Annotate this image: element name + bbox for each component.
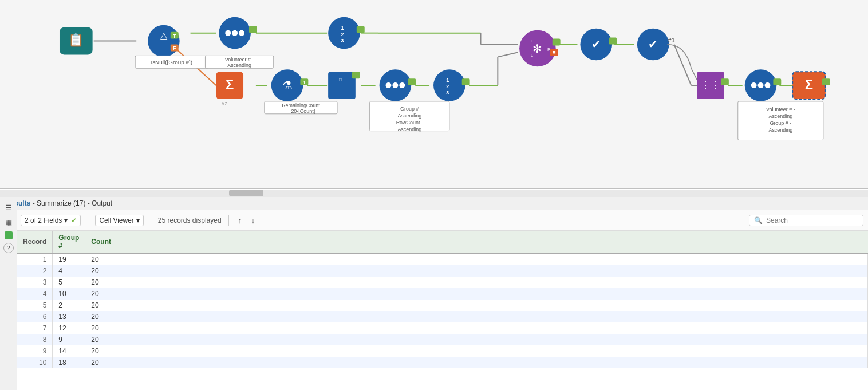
svg-text:+: +	[333, 77, 336, 82]
svg-rect-82	[822, 78, 830, 85]
svg-text:1: 1	[341, 25, 344, 31]
cell-group: 18	[53, 357, 85, 368]
svg-text:Group # -: Group # -	[770, 120, 791, 126]
search-input[interactable]	[766, 216, 858, 224]
cell-count: 20	[85, 288, 117, 300]
table-body: 1 19 20 2 4 20 3 5 20 4 10 20 5 2 20 6 1…	[17, 253, 868, 368]
cell-count: 20	[85, 334, 117, 345]
col-extra	[117, 231, 868, 253]
search-box[interactable]: 🔍	[749, 215, 863, 226]
results-panel: Results - Summarize (17) - Output 2 of 2…	[0, 197, 868, 390]
table-row: 6 13 20	[17, 311, 868, 322]
cell-group: 14	[53, 345, 85, 357]
list-icon[interactable]: ☰	[3, 202, 14, 213]
table-row: 5 2 20	[17, 300, 868, 311]
svg-text:Volunteer # -: Volunteer # -	[225, 57, 254, 62]
table-row: 2 4 20	[17, 265, 868, 277]
svg-rect-0	[3, 0, 866, 188]
cell-extra	[117, 265, 868, 277]
svg-text:✻: ✻	[532, 42, 542, 55]
separator-2	[151, 215, 151, 226]
svg-text:R: R	[552, 50, 556, 56]
cell-record: 1	[17, 253, 53, 265]
svg-text:L: L	[531, 38, 534, 44]
svg-text:Volunteer # -: Volunteer # -	[766, 107, 795, 112]
svg-text:⋮⋮: ⋮⋮	[700, 79, 721, 90]
cell-count: 20	[85, 265, 117, 277]
svg-point-33	[232, 30, 238, 36]
svg-rect-50	[352, 72, 360, 78]
data-table: Record Group # Count 1 19 20 2 4 20 3 5 …	[17, 231, 868, 368]
svg-point-77	[751, 82, 757, 88]
check-icon: ✔	[71, 216, 77, 224]
cell-record: 6	[17, 311, 53, 322]
col-count[interactable]: Count	[85, 231, 117, 253]
cell-group: 13	[53, 311, 85, 322]
cell-record: 7	[17, 322, 53, 334]
table-row: 1 19 20	[17, 253, 868, 265]
table-row: 8 9 20	[17, 334, 868, 345]
svg-text:RemainingCount: RemainingCount	[282, 103, 320, 108]
table-header-row: Record Group # Count	[17, 231, 868, 253]
svg-text:3: 3	[446, 90, 449, 96]
svg-text:1: 1	[303, 80, 306, 85]
results-toolbar: 2 of 2 Fields ▾ ✔ Cell Viewer ▾ 25 recor…	[0, 210, 868, 231]
green-status-dot	[5, 231, 13, 239]
svg-text:= 20-[Count]: = 20-[Count]	[287, 108, 315, 114]
records-count: 25 records displayed	[158, 216, 222, 224]
left-sidebar: ☰ ▦ ?	[0, 197, 17, 390]
svg-rect-35	[249, 26, 257, 33]
separator-4	[265, 215, 265, 226]
cell-record: 5	[17, 300, 53, 311]
cell-group: 19	[53, 253, 85, 265]
cell-count: 20	[85, 345, 117, 357]
cell-extra	[117, 253, 868, 265]
col-record[interactable]: Record	[17, 231, 53, 253]
svg-text:✔: ✔	[591, 38, 601, 50]
svg-point-51	[386, 82, 392, 88]
cell-viewer-label: Cell Viewer	[99, 216, 133, 224]
svg-rect-72	[609, 38, 617, 45]
separator-3	[228, 215, 229, 226]
help-icon[interactable]: ?	[3, 243, 14, 253]
cell-extra	[117, 334, 868, 345]
scroll-down-button[interactable]: ↓	[249, 215, 258, 226]
svg-rect-80	[773, 78, 781, 85]
svg-text:Σ: Σ	[805, 77, 813, 92]
svg-point-53	[399, 82, 405, 88]
cell-viewer-arrow: ▾	[136, 216, 140, 224]
cell-group: 10	[53, 288, 85, 300]
cell-extra	[117, 322, 868, 334]
horizontal-scrollbar[interactable]	[0, 190, 868, 198]
tile-node	[328, 72, 356, 99]
cell-viewer-dropdown[interactable]: Cell Viewer ▾	[95, 215, 143, 226]
svg-point-78	[758, 82, 764, 88]
svg-point-52	[392, 82, 398, 88]
svg-text:2: 2	[446, 84, 449, 89]
table-row: 4 10 20	[17, 288, 868, 300]
svg-point-32	[225, 30, 231, 36]
cell-extra	[117, 288, 868, 300]
svg-text:#1: #1	[668, 37, 674, 44]
table-row: 9 14 20	[17, 345, 868, 357]
svg-point-34	[239, 30, 244, 36]
svg-text:F: F	[173, 45, 176, 51]
table-row: 3 5 20	[17, 277, 868, 288]
cell-count: 20	[85, 300, 117, 311]
cell-record: 4	[17, 288, 53, 300]
col-group[interactable]: Group #	[53, 231, 85, 253]
workflow-canvas: 📋 △ T F IsNull([Group #]) Volunteer # - …	[0, 0, 868, 189]
cell-record: 8	[17, 334, 53, 345]
cell-record: 9	[17, 345, 53, 357]
svg-text:Ascending: Ascending	[768, 127, 792, 133]
grid-icon[interactable]: ▦	[3, 216, 14, 228]
table-row: 7 12 20	[17, 322, 868, 334]
cell-record: 2	[17, 265, 53, 277]
search-icon: 🔍	[754, 216, 763, 224]
fields-dropdown[interactable]: 2 of 2 Fields ▾ ✔	[21, 215, 81, 226]
cell-count: 20	[85, 322, 117, 334]
scroll-up-button[interactable]: ↑	[236, 215, 244, 226]
svg-text:Group #: Group #	[400, 106, 419, 112]
svg-text:Ascending: Ascending	[768, 113, 792, 119]
data-table-container[interactable]: Record Group # Count 1 19 20 2 4 20 3 5 …	[17, 231, 868, 390]
